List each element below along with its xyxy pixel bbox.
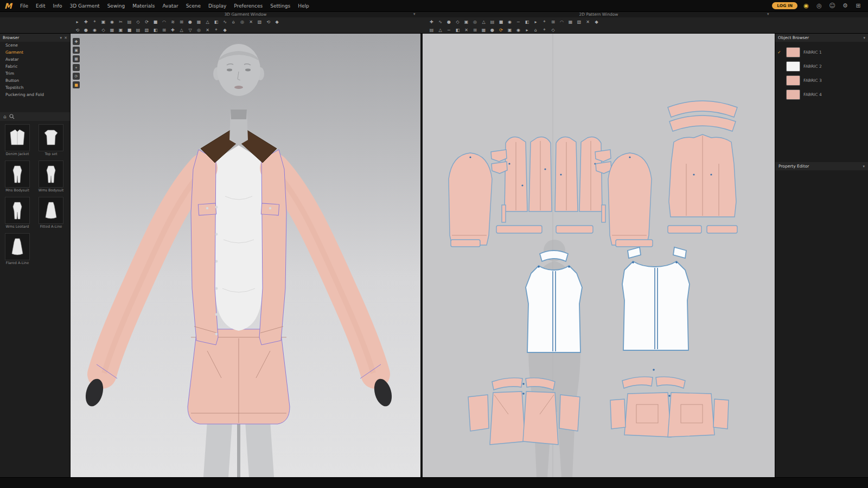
pattern-group-skirt-back[interactable] [610, 369, 729, 437]
solidify-icon[interactable]: ⟲ [264, 18, 272, 25]
pin-icon[interactable]: ⟳ [143, 18, 151, 25]
steam-icon[interactable]: ✕ [247, 18, 255, 25]
pattern-piece-placket-right[interactable] [602, 205, 605, 222]
reset-pose-icon[interactable]: ⟲ [73, 26, 81, 34]
sync-3d-icon[interactable]: ⟳ [497, 26, 505, 34]
xray-icon[interactable]: ◇ [99, 26, 107, 34]
select-move-icon[interactable]: ✚ [82, 18, 90, 25]
pattern-piece-waistband-2[interactable] [556, 226, 593, 233]
texture-view-icon[interactable]: ▣ [117, 26, 125, 34]
home-icon[interactable]: ⌂ [3, 114, 7, 119]
garment-tee[interactable] [214, 145, 264, 331]
account-icon[interactable]: ☺ [828, 2, 837, 9]
base-line-icon[interactable]: ─ [514, 18, 522, 25]
menu-edit[interactable]: Edit [32, 3, 49, 9]
browser-item-fabric[interactable]: Fabric [0, 63, 70, 70]
mesh-view-icon[interactable]: ▦ [108, 26, 116, 34]
show-grid-icon[interactable]: ⊞ [471, 26, 479, 34]
edit-pattern-icon[interactable]: ✚ [427, 18, 436, 25]
collapse-icon[interactable]: ▾ [863, 36, 865, 40]
pattern-piece-front-left[interactable] [505, 137, 527, 211]
grid-icon[interactable]: ⊞ [160, 26, 168, 34]
arrangement-points-icon[interactable]: ◉ [91, 26, 99, 34]
gizmo-move-icon[interactable]: ✚ [73, 38, 80, 45]
menu-avatar[interactable]: Avatar [158, 3, 182, 9]
clone-icon[interactable]: ⊞ [549, 18, 557, 25]
menu-help[interactable]: Help [294, 3, 313, 9]
piping-icon[interactable]: ∿ [221, 18, 229, 25]
pattern-piece-waistband-1[interactable] [496, 226, 542, 233]
binding-icon[interactable]: ◧ [212, 18, 220, 25]
menu-sewing[interactable]: Sewing [104, 3, 129, 9]
snap-point-icon[interactable]: ● [488, 26, 496, 34]
edit-sewing-icon[interactable]: ◉ [108, 18, 116, 25]
viewport-3d[interactable]: ✚▣▦⌖⟳■ [71, 34, 420, 477]
fabric-swatch-row[interactable]: ✓ FABRIC 3 [775, 73, 868, 87]
menu-display[interactable]: Display [205, 3, 230, 9]
fabric-view-icon[interactable]: ◉ [514, 26, 522, 34]
pattern-piece-back[interactable] [669, 134, 736, 217]
menu-file[interactable]: File [16, 3, 32, 9]
show-grainline-icon[interactable]: △ [436, 26, 444, 34]
pattern-piece-flap-right-a[interactable] [595, 150, 611, 162]
browser-item-puckering-and-fold[interactable]: Puckering and Fold [0, 91, 70, 98]
fit-map-icon[interactable]: ◧ [151, 26, 159, 34]
light-icon[interactable]: ✕ [203, 26, 212, 34]
pattern-piece-front-right[interactable] [555, 137, 578, 211]
free-sewing-icon[interactable]: ✂ [117, 18, 125, 25]
fabric-swatch-row[interactable]: ✓ FABRIC 1 [775, 45, 868, 59]
topstitch-icon[interactable]: △ [203, 18, 212, 25]
pattern-piece-collar-stand[interactable] [669, 115, 736, 131]
collapse-icon[interactable]: ▾ [863, 164, 865, 169]
trace-icon[interactable]: ⌖ [540, 18, 548, 25]
grade-icon[interactable]: ▧ [575, 18, 583, 25]
show-seam-allowance-icon[interactable]: ◧ [454, 26, 462, 34]
record-icon[interactable]: ◆ [221, 26, 229, 34]
pattern-canvas[interactable] [423, 34, 775, 477]
snapshot-icon[interactable]: ⌖ [212, 26, 220, 34]
menu-scene[interactable]: Scene [182, 3, 205, 9]
transform-pattern-icon[interactable]: ▣ [99, 18, 107, 25]
gizmo-icon[interactable]: ✚ [169, 26, 177, 34]
dart-icon[interactable]: △ [480, 18, 488, 25]
pattern-piece-cuff-left[interactable] [451, 240, 480, 247]
camera-front-icon[interactable]: △ [177, 26, 186, 34]
simulate-quick-icon[interactable]: ■ [73, 81, 80, 88]
annotation-icon[interactable]: ✕ [584, 18, 592, 25]
morph-icon[interactable]: ◆ [273, 18, 281, 25]
reset-view-icon[interactable]: ⟳ [73, 73, 80, 80]
internal-rectangle-icon[interactable]: ■ [497, 18, 505, 25]
fold-arrangement-icon[interactable]: ◠ [160, 18, 168, 25]
snap-grid-icon[interactable]: ▦ [480, 26, 488, 34]
pattern-info-icon[interactable]: ◇ [549, 26, 557, 34]
menu-settings[interactable]: Settings [266, 3, 294, 9]
menu-materials[interactable]: Materials [129, 3, 158, 9]
library-item[interactable]: Fitted A-Line [37, 197, 65, 229]
avatar-show-icon[interactable]: ● [82, 26, 90, 34]
menu-info[interactable]: Info [49, 3, 66, 9]
browser-item-trim[interactable]: Trim [0, 70, 70, 77]
pattern-piece-sleeve-left[interactable] [449, 153, 492, 245]
pattern-piece-cuff-right[interactable] [616, 240, 653, 247]
show-annotation-icon[interactable]: ✕ [462, 26, 470, 34]
strain-map-icon[interactable]: ▧ [143, 26, 151, 34]
select-box-icon[interactable]: ⌖ [91, 18, 99, 25]
focus-view-icon[interactable]: ⌖ [73, 64, 80, 71]
browser-item-avatar[interactable]: Avatar [0, 56, 70, 63]
texture-edit-icon[interactable]: ◆ [592, 18, 601, 25]
show-mesh-icon[interactable]: ▦ [73, 55, 80, 62]
scissors-icon[interactable]: ◎ [238, 18, 246, 25]
gizmo-scale-icon[interactable]: ▣ [73, 47, 80, 54]
chevron-down-icon[interactable]: ▾ [413, 12, 416, 16]
pressure-icon[interactable]: ▧ [256, 18, 264, 25]
pattern-piece-side-left[interactable] [529, 137, 552, 211]
show-sewing-icon[interactable]: ▤ [427, 26, 436, 34]
library-item[interactable]: Denim Jacket [3, 124, 31, 156]
fabric-swatch-row[interactable]: ✓ FABRIC 2 [775, 59, 868, 73]
menu-preferences[interactable]: Preferences [230, 3, 266, 9]
pattern-piece-flap-left-a[interactable] [491, 150, 507, 162]
colorway-icon[interactable]: ▣ [506, 26, 514, 34]
simulate-icon[interactable]: ▸ [73, 18, 81, 25]
show-base-line-icon[interactable]: ─ [445, 26, 453, 34]
viewport-2d[interactable] [423, 34, 775, 477]
